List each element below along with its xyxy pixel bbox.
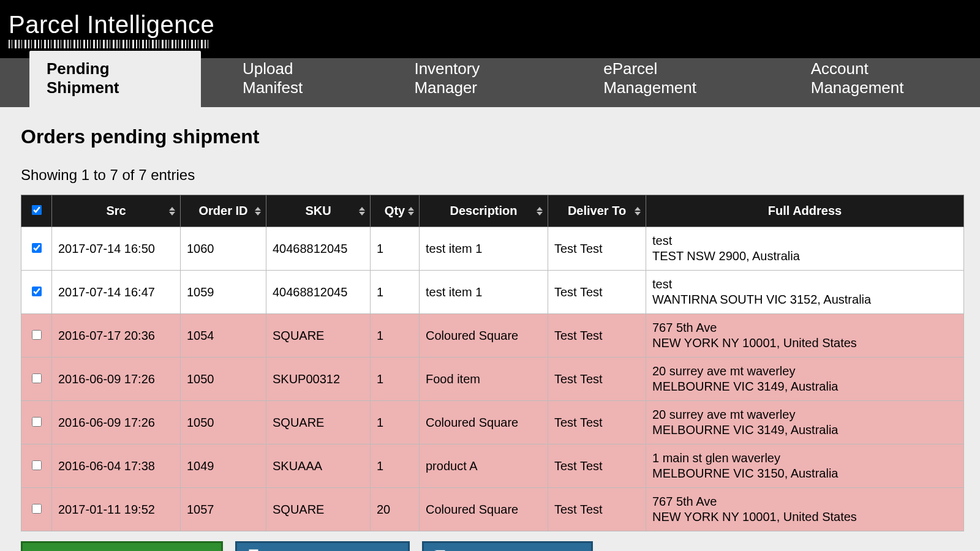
order-id-cell: 1054 bbox=[181, 314, 266, 358]
select-all-checkbox[interactable] bbox=[32, 205, 42, 215]
description-cell: Coloured Square bbox=[420, 401, 548, 444]
order-id-cell: 1050 bbox=[181, 401, 266, 444]
col-header-qty[interactable]: Qty bbox=[371, 195, 420, 227]
table-row: 2016-06-09 17:261050SKUP003121Food itemT… bbox=[21, 358, 964, 401]
row-select-cell[interactable] bbox=[21, 271, 52, 314]
sort-arrows-icon bbox=[169, 207, 175, 216]
full-address-cell: 20 surrey ave mt waverleyMELBOURNE VIC 3… bbox=[646, 401, 964, 444]
barcode-decoration bbox=[9, 40, 211, 48]
deliver-to-cell: Test Test bbox=[548, 444, 646, 488]
row-checkbox[interactable] bbox=[32, 243, 42, 253]
description-cell: Coloured Square bbox=[420, 488, 548, 531]
qty-cell: 1 bbox=[371, 227, 420, 271]
sku-cell: SQUARE bbox=[266, 314, 371, 358]
src-cell: 2016-06-09 17:26 bbox=[52, 401, 181, 444]
row-select-cell[interactable] bbox=[21, 227, 52, 271]
generate-invoices-button[interactable]: $ Generate Invoices bbox=[235, 541, 410, 551]
sort-arrows-icon bbox=[537, 207, 543, 216]
download-icon bbox=[30, 548, 48, 551]
src-cell: 2016-07-17 20:36 bbox=[52, 314, 181, 358]
tab-strip: Pending ShipmentUpload ManifestInventory… bbox=[0, 58, 980, 107]
tab-upload-manifest[interactable]: Upload Manifest bbox=[225, 51, 372, 107]
col-header-order-id[interactable]: Order ID bbox=[181, 195, 266, 227]
qty-cell: 1 bbox=[371, 401, 420, 444]
deliver-to-cell: Test Test bbox=[548, 314, 646, 358]
tab-inventory-manager[interactable]: Inventory Manager bbox=[397, 51, 562, 107]
row-select-cell[interactable] bbox=[21, 358, 52, 401]
row-checkbox[interactable] bbox=[32, 460, 42, 470]
table-row: 2017-07-14 16:471059404688120451test ite… bbox=[21, 271, 964, 314]
sku-cell: 40468812045 bbox=[266, 227, 371, 271]
tab-eparcel-management[interactable]: eParcel Management bbox=[586, 51, 769, 107]
full-address-cell: testTEST NSW 2900, Australia bbox=[646, 227, 964, 271]
tab-account-management[interactable]: Account Management bbox=[794, 51, 980, 107]
sku-cell: SQUARE bbox=[266, 488, 371, 531]
full-address-cell: testWANTIRNA SOUTH VIC 3152, Australia bbox=[646, 271, 964, 314]
table-row: 2017-07-14 16:501060404688120451test ite… bbox=[21, 227, 964, 271]
description-cell: Food item bbox=[420, 358, 548, 401]
tab-pending-shipment[interactable]: Pending Shipment bbox=[29, 51, 201, 107]
sort-arrows-icon bbox=[635, 207, 641, 216]
description-cell: Coloured Square bbox=[420, 314, 548, 358]
sort-arrows-icon bbox=[408, 207, 414, 216]
qty-cell: 1 bbox=[371, 358, 420, 401]
deliver-to-cell: Test Test bbox=[548, 401, 646, 444]
col-header-src[interactable]: Src bbox=[52, 195, 181, 227]
table-row: 2016-07-17 20:361054SQUARE1Coloured Squa… bbox=[21, 314, 964, 358]
full-address-cell: 20 surrey ave mt waverleyMELBOURNE VIC 3… bbox=[646, 358, 964, 401]
row-checkbox[interactable] bbox=[32, 330, 42, 340]
table-row: 2016-06-09 17:261050SQUARE1Coloured Squa… bbox=[21, 401, 964, 444]
order-id-cell: 1057 bbox=[181, 488, 266, 531]
deliver-to-cell: Test Test bbox=[548, 271, 646, 314]
col-header-deliver-to[interactable]: Deliver To bbox=[548, 195, 646, 227]
action-bar: Generate eParcel CSV $ Generate Invoices… bbox=[21, 541, 980, 551]
row-select-cell[interactable] bbox=[21, 401, 52, 444]
table-row: 2017-01-11 19:521057SQUARE20Coloured Squ… bbox=[21, 488, 964, 531]
generate-eparcel-csv-button[interactable]: Generate eParcel CSV bbox=[21, 541, 223, 551]
table-row: 2016-06-04 17:381049SKUAAA1product ATest… bbox=[21, 444, 964, 488]
order-id-cell: 1060 bbox=[181, 227, 266, 271]
qty-cell: 1 bbox=[371, 314, 420, 358]
description-cell: test item 1 bbox=[420, 271, 548, 314]
full-address-cell: 1 main st glen waverleyMELBOURNE VIC 315… bbox=[646, 444, 964, 488]
description-cell: test item 1 bbox=[420, 227, 548, 271]
sku-cell: 40468812045 bbox=[266, 271, 371, 314]
src-cell: 2017-01-11 19:52 bbox=[52, 488, 181, 531]
row-checkbox[interactable] bbox=[32, 504, 42, 514]
col-header-sku[interactable]: SKU bbox=[266, 195, 371, 227]
src-cell: 2017-07-14 16:50 bbox=[52, 227, 181, 271]
order-id-cell: 1059 bbox=[181, 271, 266, 314]
col-header-description[interactable]: Description bbox=[420, 195, 548, 227]
qty-cell: 20 bbox=[371, 488, 420, 531]
page-title: Orders pending shipment bbox=[21, 126, 980, 148]
row-checkbox[interactable] bbox=[32, 287, 42, 296]
col-header-full-address[interactable]: Full Address bbox=[646, 195, 964, 227]
row-select-cell[interactable] bbox=[21, 444, 52, 488]
orders-table: SrcOrder IDSKUQtyDescriptionDeliver ToFu… bbox=[21, 195, 964, 531]
row-select-cell[interactable] bbox=[21, 488, 52, 531]
sku-cell: SQUARE bbox=[266, 401, 371, 444]
content-area: Orders pending shipment Showing 1 to 7 o… bbox=[0, 107, 980, 551]
brand-title: Parcel Intelligence bbox=[9, 11, 980, 39]
src-cell: 2016-06-09 17:26 bbox=[52, 358, 181, 401]
sort-arrows-icon bbox=[255, 207, 261, 216]
row-checkbox[interactable] bbox=[32, 373, 42, 383]
sort-arrows-icon bbox=[359, 207, 365, 216]
deliver-to-cell: Test Test bbox=[548, 358, 646, 401]
deliver-to-cell: Test Test bbox=[548, 488, 646, 531]
select-all-header[interactable] bbox=[21, 195, 52, 227]
qty-cell: 1 bbox=[371, 271, 420, 314]
sku-cell: SKUP00312 bbox=[266, 358, 371, 401]
qty-cell: 1 bbox=[371, 444, 420, 488]
full-address-cell: 767 5th AveNEW YORK NY 10001, United Sta… bbox=[646, 488, 964, 531]
src-cell: 2017-07-14 16:47 bbox=[52, 271, 181, 314]
row-checkbox[interactable] bbox=[32, 417, 42, 427]
description-cell: product A bbox=[420, 444, 548, 488]
order-id-cell: 1049 bbox=[181, 444, 266, 488]
top-bar: Parcel Intelligence bbox=[0, 0, 980, 58]
order-id-cell: 1050 bbox=[181, 358, 266, 401]
generate-picklist-button[interactable]: Generate Pick list bbox=[422, 541, 593, 551]
row-select-cell[interactable] bbox=[21, 314, 52, 358]
deliver-to-cell: Test Test bbox=[548, 227, 646, 271]
sku-cell: SKUAAA bbox=[266, 444, 371, 488]
